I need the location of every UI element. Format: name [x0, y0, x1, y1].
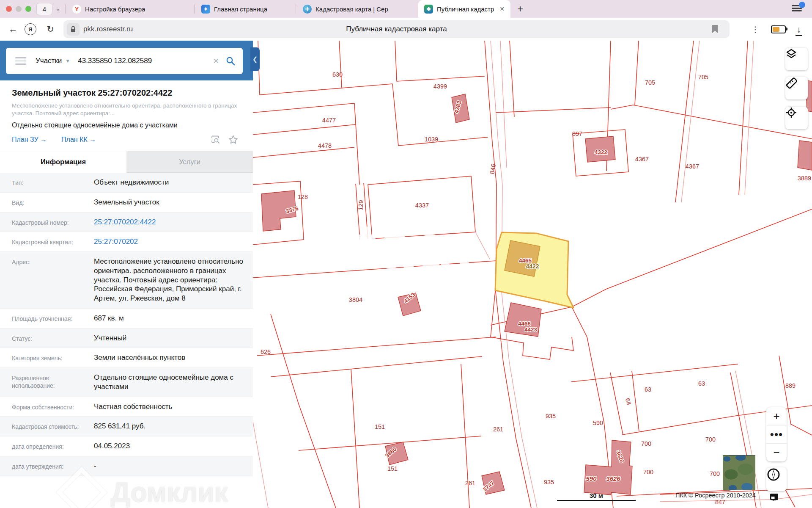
- clear-search-icon[interactable]: ✕: [213, 57, 219, 66]
- parcel-usage: Отдельно стоящие односемейные дома с уча…: [12, 121, 242, 129]
- plan-link-1[interactable]: План ЗУ →: [12, 136, 47, 143]
- map-canvas[interactable]: 6304399447744781039705705897432243674367…: [253, 41, 812, 508]
- row-value: 04.05.2023: [84, 442, 244, 451]
- selected-parcel-4422[interactable]: [495, 232, 573, 308]
- browser-tab-2[interactable]: ✦Главная страница: [195, 0, 295, 18]
- downloads-icon[interactable]: ↓: [797, 25, 801, 34]
- tab-list-chevron-icon[interactable]: ⌄: [56, 6, 60, 12]
- search-category-select[interactable]: Участки: [36, 57, 62, 65]
- zoom-levels-button[interactable]: •••: [766, 425, 787, 443]
- row-label: Тип:: [12, 178, 84, 187]
- gosuslugi-icon: ✦: [201, 5, 210, 14]
- table-row: дата определения:04.05.2023: [0, 436, 253, 456]
- browser-tab-1[interactable]: YНастройка браузера: [66, 0, 193, 18]
- ruler-icon: [785, 77, 798, 90]
- address-bar-actions: ⋮ ↓: [752, 18, 812, 41]
- browser-tab-4[interactable]: ❖Публичная кадастров✕: [418, 0, 510, 18]
- close-window-button[interactable]: [6, 6, 12, 12]
- row-label: Форма собственности:: [12, 402, 84, 411]
- close-tab-icon[interactable]: ✕: [498, 6, 505, 12]
- row-label: Категория земель:: [12, 353, 84, 362]
- parcel-label-847: 847: [715, 499, 725, 505]
- plan-link-2[interactable]: План КК →: [61, 136, 96, 143]
- tab-bar: 4 ⌄ YНастройка браузера✦Главная страница…: [0, 0, 812, 18]
- search-box[interactable]: Участки ▼ ✕: [6, 48, 243, 74]
- collapse-panel-button[interactable]: ❮: [250, 47, 260, 71]
- parcel-label-129: 129: [357, 200, 365, 211]
- row-label: Площадь уточненная:: [12, 314, 84, 323]
- rosreestr-icon: ❖: [424, 5, 433, 14]
- parcel-label-705: 705: [698, 74, 708, 80]
- new-tab-button[interactable]: +: [517, 3, 523, 15]
- browser-window: 4 ⌄ YНастройка браузера✦Главная страница…: [0, 0, 812, 508]
- overview-minimap[interactable]: [723, 455, 755, 490]
- row-label: Вид:: [12, 198, 84, 207]
- minimize-window-button[interactable]: [16, 6, 22, 12]
- parcel-label-590: 590: [593, 420, 603, 426]
- tab-label: Главная страница: [214, 6, 267, 13]
- parcel-label-261: 261: [465, 480, 475, 486]
- reload-button[interactable]: ↻: [44, 18, 57, 41]
- info-sidebar: Участки ▼ ✕ ❮ Земельный участок 25:27:07…: [0, 41, 253, 508]
- tab-information[interactable]: Информация: [0, 151, 126, 173]
- compass-button[interactable]: [766, 467, 787, 491]
- parcel-label-4367: 4367: [635, 156, 649, 163]
- parcel-subtitle: Местоположение установлено относительно …: [12, 102, 240, 117]
- parcel-header: Земельный участок 25:27:070202:4422 Мест…: [0, 80, 253, 145]
- search-input[interactable]: [77, 56, 206, 66]
- row-value[interactable]: 25:27:070202: [84, 237, 244, 246]
- parcel-label-846: 846: [488, 163, 497, 175]
- measure-button[interactable]: [785, 77, 808, 99]
- row-label: Адрес:: [12, 257, 84, 303]
- row-value: 825 631,41 руб.: [84, 422, 244, 431]
- layers-icon: [785, 48, 797, 60]
- more-menu-icon[interactable]: ⋮: [752, 25, 760, 34]
- parcel-label-261: 261: [493, 426, 503, 433]
- parcel-label-4477: 4477: [322, 117, 336, 124]
- layers-button[interactable]: [785, 48, 808, 70]
- zoom-controls: + ••• −: [766, 407, 787, 461]
- tab-services[interactable]: Услуги: [126, 151, 253, 173]
- row-value: 687 кв. м: [84, 314, 244, 323]
- row-label: дата утверждения:: [12, 461, 84, 471]
- parcel-label-700: 700: [641, 440, 651, 447]
- row-value[interactable]: 25:27:070202:4422: [84, 218, 244, 227]
- extent-icon[interactable]: [770, 493, 779, 500]
- doc-search-icon[interactable]: [210, 135, 220, 145]
- parcel-label-4399: 4399: [433, 83, 447, 90]
- parcel-label-4466: 4466: [518, 320, 531, 327]
- bookmark-icon[interactable]: [711, 25, 719, 35]
- map-copyright: ПКК © Росреестр 2010-2024: [675, 492, 756, 499]
- parcel-label-630: 630: [332, 71, 343, 78]
- parcel-label-700: 700: [705, 436, 716, 443]
- scale-label: 30 м: [557, 492, 636, 499]
- browser-tab-3[interactable]: ✛Кадастровая карта | Сер: [297, 0, 418, 18]
- locate-button[interactable]: [785, 107, 808, 129]
- crosshair-icon: [785, 107, 797, 119]
- panel-tabs: ИнформацияУслуги: [0, 151, 253, 173]
- scale-bar: 30 м: [557, 492, 636, 501]
- cadastral-map[interactable]: 6304399447744781039705705897432243674367…: [253, 41, 812, 508]
- window-controls[interactable]: [0, 6, 36, 12]
- browser-menu-icon[interactable]: [792, 4, 803, 13]
- table-row: Кадастровый номер:25:27:070202:4422: [0, 213, 253, 232]
- tab-label: Настройка браузера: [85, 6, 145, 13]
- parcel-label-700: 700: [710, 470, 720, 477]
- parcel-label-128: 128: [298, 193, 308, 200]
- parcel-label-3804: 3804: [349, 296, 362, 303]
- parcel-label-626: 626: [261, 348, 271, 355]
- page-title: Публичная кадастровая карта: [63, 20, 730, 38]
- zoom-in-button[interactable]: +: [766, 407, 787, 425]
- battery-icon: [771, 25, 786, 33]
- search-menu-icon[interactable]: [15, 55, 26, 67]
- chevron-down-icon[interactable]: ▼: [65, 58, 70, 64]
- favorite-star-icon[interactable]: [228, 135, 239, 145]
- zoom-out-button[interactable]: −: [766, 443, 787, 461]
- fullscreen-window-button[interactable]: [25, 6, 31, 12]
- back-button[interactable]: ←: [7, 18, 19, 41]
- row-label: Кадастровая стоимость:: [12, 422, 84, 431]
- yandex-home-icon[interactable]: Я: [24, 18, 37, 41]
- url-field[interactable]: pkk.rosreestr.ru Публичная кадастровая к…: [63, 20, 730, 38]
- tab-counter[interactable]: 4: [36, 3, 52, 15]
- search-icon[interactable]: [226, 56, 235, 66]
